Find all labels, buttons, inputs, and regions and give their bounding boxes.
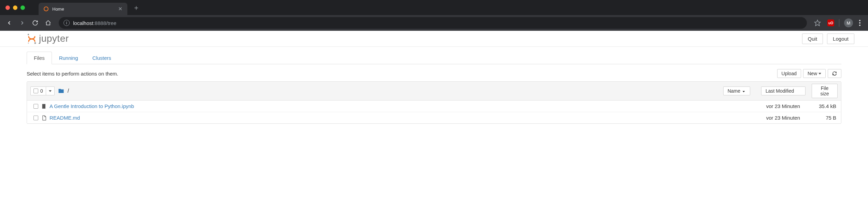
jupyter-logo[interactable]: jupyter — [27, 33, 69, 44]
header-buttons: Quit Logout — [802, 34, 854, 44]
svg-point-3 — [34, 42, 36, 44]
separator — [839, 19, 839, 27]
svg-point-0 — [44, 7, 48, 11]
browser-toolbar: i localhost:8888/tree uO M — [0, 15, 868, 31]
site-info-icon[interactable]: i — [64, 20, 70, 26]
bookmark-icon[interactable] — [812, 18, 823, 28]
breadcrumb-root[interactable]: / — [68, 88, 69, 94]
row-checkbox-cell — [30, 104, 41, 109]
close-tab-icon[interactable]: ✕ — [118, 6, 123, 12]
chevron-down-icon — [818, 73, 821, 75]
file-row: A Gentle Introduction to Python.ipynb vo… — [27, 101, 841, 112]
jupyter-body: Files Running Clusters Select items to p… — [0, 52, 868, 124]
file-modified: vor 23 Minuten — [752, 103, 807, 109]
quit-button[interactable]: Quit — [802, 34, 823, 44]
upload-button[interactable]: Upload — [777, 69, 801, 78]
jupyter-logo-text: jupyter — [39, 33, 69, 44]
profile-avatar[interactable]: M — [844, 18, 853, 27]
sort-name-button[interactable]: Name — [723, 86, 750, 95]
folder-icon[interactable] — [58, 88, 64, 94]
browser-chrome: Home ✕ ＋ i localhost:8888/tree uO — [0, 0, 868, 31]
jupyter-header: jupyter Quit Logout — [0, 31, 868, 47]
select-all-checkbox-group: 0 — [31, 87, 46, 95]
new-tab-button[interactable]: ＋ — [133, 3, 140, 12]
nav-tabs: Files Running Clusters — [27, 52, 841, 64]
file-modified: vor 23 Minuten — [752, 115, 807, 121]
name-header-label: Name — [728, 88, 740, 94]
file-row: README.md vor 23 Minuten 75 B — [27, 112, 841, 123]
reload-button[interactable] — [30, 18, 40, 28]
jupyter-logo-icon — [27, 33, 37, 44]
list-header: 0 / Name Last Modified — [27, 82, 841, 101]
titlebar: Home ✕ ＋ — [0, 0, 868, 15]
tab-running[interactable]: Running — [52, 52, 85, 64]
file-size: 75 B — [807, 115, 838, 121]
jupyter-favicon-icon — [43, 6, 49, 12]
close-window-button[interactable] — [5, 5, 10, 10]
home-button[interactable] — [43, 18, 53, 28]
maximize-window-button[interactable] — [20, 5, 25, 10]
svg-marker-1 — [815, 20, 821, 26]
select-all-dropdown[interactable] — [46, 89, 54, 93]
actions-hint: Select items to perform actions on them. — [27, 71, 118, 77]
sort-size-button[interactable]: File size — [812, 84, 838, 98]
browser-tab[interactable]: Home ✕ — [39, 3, 127, 15]
toolbar-right: uO M — [812, 18, 864, 28]
arrow-down-icon — [742, 89, 746, 93]
minimize-window-button[interactable] — [13, 5, 17, 10]
header-left: 0 / — [30, 86, 723, 95]
svg-point-4 — [28, 42, 29, 43]
file-link[interactable]: A Gentle Introduction to Python.ipynb — [50, 103, 752, 109]
file-icon — [41, 115, 50, 121]
new-label: New — [808, 71, 817, 76]
forward-button[interactable] — [17, 18, 27, 28]
page-content: jupyter Quit Logout Files Running Cluste… — [0, 31, 868, 124]
refresh-icon — [832, 71, 837, 76]
select-all-control: 0 — [30, 86, 55, 95]
row-checkbox[interactable] — [33, 116, 38, 120]
url-text: localhost:8888/tree — [73, 20, 116, 26]
browser-menu-icon[interactable] — [858, 18, 862, 27]
svg-point-2 — [28, 34, 29, 35]
file-link[interactable]: README.md — [50, 115, 752, 121]
actions-row: Select items to perform actions on them.… — [27, 64, 841, 81]
modified-header-label: Last Modified — [766, 88, 794, 94]
row-checkbox[interactable] — [33, 104, 38, 109]
file-size: 35.4 kB — [807, 103, 838, 109]
chevron-down-icon — [49, 90, 52, 92]
select-all-checkbox[interactable] — [33, 89, 38, 93]
sort-modified-button[interactable]: Last Modified — [761, 86, 806, 95]
tab-title: Home — [52, 6, 115, 12]
row-checkbox-cell — [30, 116, 41, 120]
refresh-button[interactable] — [828, 69, 841, 78]
tab-files[interactable]: Files — [27, 52, 52, 64]
file-list: 0 / Name Last Modified — [27, 81, 841, 124]
logout-button[interactable]: Logout — [827, 34, 854, 44]
window-controls — [5, 5, 25, 10]
address-bar[interactable]: i localhost:8888/tree — [59, 17, 807, 29]
tab-clusters[interactable]: Clusters — [85, 52, 118, 64]
new-dropdown[interactable]: New — [803, 69, 826, 78]
size-header-label: File size — [816, 85, 833, 96]
selected-count: 0 — [40, 88, 43, 94]
back-button[interactable] — [4, 18, 14, 28]
actions-right: Upload New — [777, 69, 841, 78]
notebook-icon — [41, 104, 50, 109]
ublock-extension-icon[interactable]: uO — [827, 19, 834, 26]
